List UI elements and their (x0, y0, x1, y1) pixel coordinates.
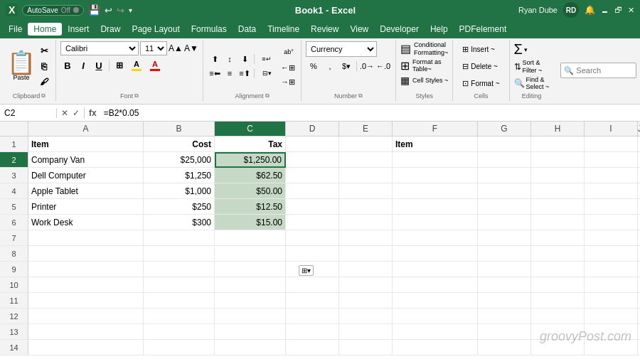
cell-b2[interactable]: $25,000 (144, 152, 215, 168)
cell-c5[interactable]: $12.50 (215, 199, 286, 215)
cell-h4[interactable] (531, 183, 585, 199)
row-num-14[interactable]: 14 (0, 340, 28, 355)
cell-e5[interactable] (339, 199, 393, 215)
quick-access-more[interactable]: ▾ (129, 6, 132, 14)
cell-c4[interactable]: $50.00 (215, 183, 286, 199)
col-header-g[interactable]: G (478, 122, 531, 136)
cell-f5[interactable] (393, 199, 478, 215)
cell-c6[interactable]: $15.00 (215, 215, 286, 230)
cell-reference-box[interactable]: C2 (0, 108, 57, 118)
col-header-c[interactable]: C (215, 122, 286, 136)
cell-h5[interactable] (531, 199, 585, 215)
menu-insert[interactable]: Insert (62, 23, 95, 36)
cell-h3[interactable] (531, 168, 585, 183)
conditional-formatting-btn[interactable]: ▤ ConditionalFormatting~ (400, 41, 448, 57)
cell-i4[interactable] (585, 183, 638, 199)
cut-button[interactable]: ✂ (37, 43, 51, 58)
cancel-formula-icon[interactable]: ✕ (60, 108, 70, 118)
indent-increase-btn[interactable]: →⊞ (281, 75, 295, 88)
cell-b7[interactable] (144, 230, 215, 246)
font-size-select[interactable]: 11 (140, 41, 167, 55)
cell-f3[interactable] (393, 168, 478, 183)
insert-function-icon[interactable]: fx (87, 108, 98, 118)
cell-a2[interactable]: Company Van (28, 152, 144, 168)
cell-g4[interactable] (478, 183, 531, 199)
cell-g6[interactable] (478, 215, 531, 230)
row-num-3[interactable]: 3 (0, 168, 28, 183)
copy-button[interactable]: ⎘ (37, 59, 51, 73)
cell-c7[interactable] (215, 230, 286, 246)
number-format-select[interactable]: Currency (306, 41, 377, 57)
orient-btn[interactable]: ab° (281, 44, 297, 60)
underline-btn[interactable]: U (92, 58, 106, 73)
paste-button[interactable]: 📋 Paste (7, 51, 36, 81)
menu-view[interactable]: View (344, 23, 374, 36)
cell-d3[interactable] (286, 168, 339, 183)
row-num-1[interactable]: 1 (0, 136, 28, 152)
autosave-toggle[interactable]: AutoSave Off (22, 5, 84, 16)
cell-styles-btn[interactable]: ▦ Cell Styles ~ (400, 75, 448, 86)
insert-btn[interactable]: ⊞Insert ~ (457, 41, 500, 57)
row-num-13[interactable]: 13 (0, 324, 28, 340)
ribbon-toggle[interactable]: 🔔 (585, 5, 595, 15)
cell-i3[interactable] (585, 168, 638, 183)
col-header-a[interactable]: A (28, 122, 144, 136)
cell-a5[interactable]: Printer (28, 199, 144, 215)
bold-btn[interactable]: B (60, 58, 75, 73)
minimize-btn[interactable]: 🗕 (601, 6, 609, 14)
cell-g1[interactable] (478, 136, 531, 152)
font-color-btn[interactable]: A (146, 58, 164, 73)
menu-review[interactable]: Review (305, 23, 344, 36)
search-box[interactable]: 🔍 (560, 63, 636, 78)
restore-btn[interactable]: 🗗 (614, 6, 622, 14)
cell-d6[interactable] (286, 215, 339, 230)
cell-d1[interactable] (286, 136, 339, 152)
paste-options-icon[interactable]: ⊞▾ (299, 265, 314, 276)
cell-a4[interactable]: Apple Tablet (28, 183, 144, 199)
cell-e6[interactable] (339, 215, 393, 230)
italic-btn[interactable]: I (76, 58, 90, 73)
mid-align-btn[interactable]: ↕ (223, 53, 237, 65)
cell-d5[interactable] (286, 199, 339, 215)
sort-filter-btn[interactable]: ⇅Sort &Filter ~ (514, 59, 543, 75)
format-btn[interactable]: ⊡Format ~ (457, 75, 504, 91)
border-btn[interactable]: ⊞ (112, 58, 127, 73)
cell-a7[interactable] (28, 230, 144, 246)
cell-g2[interactable] (478, 152, 531, 168)
col-header-f[interactable]: F (393, 122, 478, 136)
undo-icon[interactable]: ↩ (105, 5, 112, 16)
cell-h1[interactable] (531, 136, 585, 152)
cell-e2[interactable] (339, 152, 393, 168)
cell-c3[interactable]: $62.50 (215, 168, 286, 183)
row-num-5[interactable]: 5 (0, 199, 28, 215)
cell-a3[interactable]: Dell Computer (28, 168, 144, 183)
clipboard-expand[interactable]: ⧉ (41, 92, 46, 100)
increase-font-btn[interactable]: A▲ (169, 41, 183, 55)
cell-g3[interactable] (478, 168, 531, 183)
cell-i6[interactable] (585, 215, 638, 230)
cell-a8[interactable] (28, 246, 144, 262)
cell-a1[interactable]: Item (28, 136, 144, 152)
row-num-10[interactable]: 10 (0, 277, 28, 293)
bottom-align-btn[interactable]: ⬇ (238, 53, 252, 65)
percent-btn[interactable]: % (306, 60, 321, 73)
row-num-6[interactable]: 6 (0, 215, 28, 230)
alignment-expand[interactable]: ⧉ (265, 92, 270, 100)
menu-file[interactable]: File (3, 23, 28, 36)
currency-btn[interactable]: $▾ (338, 60, 354, 73)
confirm-formula-icon[interactable]: ✓ (71, 108, 81, 118)
menu-developer[interactable]: Developer (374, 23, 425, 36)
cell-b1[interactable]: Cost (144, 136, 215, 152)
cell-c2[interactable]: $1,250.00 (215, 152, 286, 168)
cell-i1[interactable] (585, 136, 638, 152)
cell-i7[interactable] (585, 230, 638, 246)
cell-i2[interactable] (585, 152, 638, 168)
row-num-4[interactable]: 4 (0, 183, 28, 199)
cell-f6[interactable] (393, 215, 478, 230)
cell-h7[interactable] (531, 230, 585, 246)
cell-f1[interactable]: Item (393, 136, 478, 152)
sigma-btn[interactable]: Σ▾ (514, 41, 528, 58)
cell-b4[interactable]: $1,000 (144, 183, 215, 199)
cell-i5[interactable] (585, 199, 638, 215)
cell-a6[interactable]: Work Desk (28, 215, 144, 230)
